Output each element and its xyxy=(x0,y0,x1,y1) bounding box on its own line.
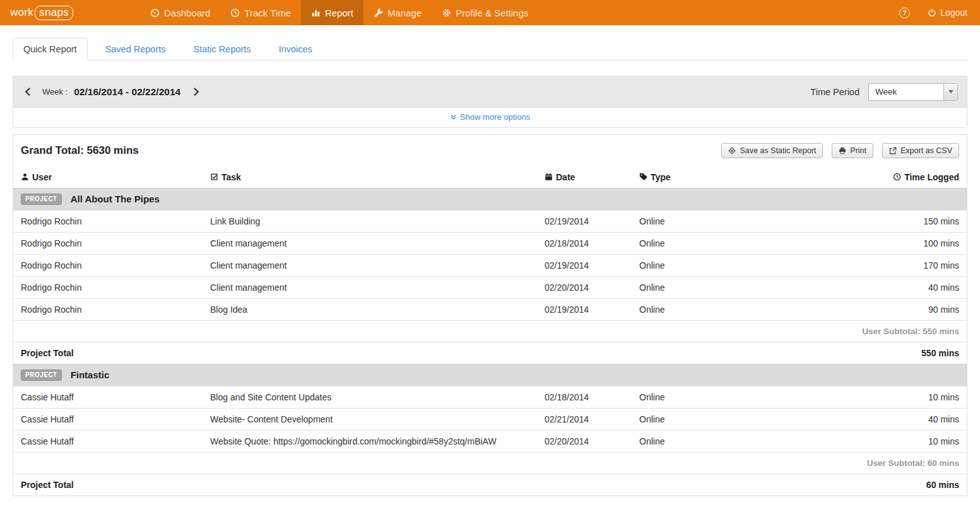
report-header: Grand Total: 5630 mins Save as Static Re… xyxy=(13,135,967,166)
printer-icon xyxy=(839,147,846,154)
chevron-left-icon xyxy=(25,87,31,96)
nav-profile-settings-label: Profile & Settings xyxy=(456,8,528,18)
cell-user: Rodrigo Rochin xyxy=(13,211,203,233)
print-button[interactable]: Print xyxy=(832,143,873,158)
report-panel: Grand Total: 5630 mins Save as Static Re… xyxy=(13,134,967,496)
task-check-icon xyxy=(210,173,218,181)
project-total-row: Project Total 550 mins xyxy=(13,342,967,364)
nav-dashboard[interactable]: Dashboard xyxy=(140,0,220,25)
nav-manage-label: Manage xyxy=(387,8,422,18)
wrench-icon xyxy=(374,8,383,18)
cell-user: Cassie Hutaff xyxy=(13,431,203,453)
show-more-options-label: Show more options xyxy=(460,112,530,122)
table-row: Rodrigo Rochin Client management 02/19/2… xyxy=(13,255,967,277)
chevron-right-icon xyxy=(193,87,199,96)
nav-profile-settings[interactable]: Profile & Settings xyxy=(432,0,538,25)
cell-task: Blog Idea xyxy=(203,299,537,321)
project-name: Fintastic xyxy=(71,369,110,380)
time-period-value: Week xyxy=(869,84,943,100)
time-period-select[interactable]: Week xyxy=(868,83,958,101)
cell-time: 150 mins xyxy=(841,211,967,233)
cell-date: 02/21/2014 xyxy=(537,409,632,431)
cell-user: Rodrigo Rochin xyxy=(13,299,203,321)
user-subtotal-row: User Subtotal: 60 mins xyxy=(13,453,967,474)
cell-user: Rodrigo Rochin xyxy=(13,277,203,299)
cell-type: Online xyxy=(632,211,841,233)
tab-saved-reports[interactable]: Saved Reports xyxy=(95,38,176,60)
cell-time: 10 mins xyxy=(841,386,967,409)
show-more-options-link[interactable]: Show more options xyxy=(450,112,530,122)
nav-dashboard-label: Dashboard xyxy=(164,8,210,18)
cell-type: Online xyxy=(632,233,841,255)
dashboard-icon xyxy=(150,8,160,18)
double-chevron-down-icon xyxy=(450,113,457,120)
table-row: Rodrigo Rochin Client management 02/20/2… xyxy=(13,277,967,299)
main-nav: Dashboard Track Time Report Manage Profi… xyxy=(140,0,538,25)
cell-time: 10 mins xyxy=(841,431,967,453)
column-task: Task xyxy=(203,166,537,189)
user-icon xyxy=(21,173,29,181)
power-icon xyxy=(928,8,936,17)
cell-user: Cassie Hutaff xyxy=(13,386,203,409)
project-total-label: Project Total xyxy=(13,342,841,364)
select-dropdown-button[interactable] xyxy=(943,84,957,100)
nav-report[interactable]: Report xyxy=(301,0,363,25)
period-footer: Show more options xyxy=(13,108,967,127)
cell-time: 90 mins xyxy=(841,299,967,321)
tab-invoices[interactable]: Invoices xyxy=(269,38,322,60)
cell-type: Online xyxy=(632,255,841,277)
nav-track-time[interactable]: Track Time xyxy=(220,0,301,25)
cell-time: 40 mins xyxy=(841,409,967,431)
week-label: Week : xyxy=(42,87,68,96)
cell-task: Website- Content Development xyxy=(203,409,537,431)
top-navbar: worksnaps Dashboard Track Time Report Ma… xyxy=(0,0,980,25)
navbar-right: ? Logout xyxy=(899,0,980,25)
project-total-label: Project Total xyxy=(13,474,841,496)
cell-task: Blog and Site Content Updates xyxy=(203,386,537,409)
logo-text-snaps: snaps xyxy=(35,6,73,20)
logout-button[interactable]: Logout xyxy=(928,8,967,18)
logout-label: Logout xyxy=(940,8,967,18)
table-row: Rodrigo Rochin Blog Idea 02/19/2014 Onli… xyxy=(13,299,967,321)
cell-date: 02/19/2014 xyxy=(537,211,632,233)
calendar-icon xyxy=(545,173,553,181)
tab-static-reports[interactable]: Static Reports xyxy=(184,38,261,60)
column-user: User xyxy=(13,166,203,189)
project-name: All About The Pipes xyxy=(71,194,160,204)
grand-total: Grand Total: 5630 mins xyxy=(21,144,139,157)
user-subtotal: User Subtotal: 550 mins xyxy=(13,321,967,342)
table-header-row: User Task Date Type Time Logged xyxy=(13,166,967,189)
diamond-plus-icon xyxy=(728,147,736,154)
next-week-button[interactable] xyxy=(191,86,202,98)
gear-icon xyxy=(442,8,451,18)
save-static-report-button[interactable]: Save as Static Report xyxy=(721,143,823,158)
cell-task: Client management xyxy=(203,277,537,299)
user-subtotal-row: User Subtotal: 550 mins xyxy=(13,321,967,342)
cell-time: 40 mins xyxy=(841,277,967,299)
column-date: Date xyxy=(537,166,632,189)
cell-time: 100 mins xyxy=(841,233,967,255)
cell-date: 02/18/2014 xyxy=(537,386,632,409)
help-button[interactable]: ? xyxy=(899,8,910,18)
cell-type: Online xyxy=(632,299,841,321)
export-csv-button[interactable]: Export as CSV xyxy=(882,143,959,158)
project-badge: PROJECT xyxy=(21,194,62,205)
cell-task: Client management xyxy=(203,255,537,277)
time-period-label: Time Period xyxy=(810,87,859,97)
export-csv-label: Export as CSV xyxy=(900,146,952,155)
nav-manage[interactable]: Manage xyxy=(363,0,432,25)
project-badge: PROJECT xyxy=(21,369,62,381)
user-subtotal: User Subtotal: 60 mins xyxy=(13,453,967,474)
week-range: 02/16/2014 - 02/22/2014 xyxy=(74,86,180,98)
table-row: Rodrigo Rochin Link Building 02/19/2014 … xyxy=(13,211,967,233)
column-date-label: Date xyxy=(556,172,575,182)
project-total-row: Project Total 60 mins xyxy=(13,474,967,496)
project-header-row: PROJECT All About The Pipes xyxy=(13,189,967,211)
worksnaps-logo[interactable]: worksnaps xyxy=(0,0,73,25)
period-selector-panel: Week : 02/16/2014 - 02/22/2014 Time Peri… xyxy=(13,76,967,128)
cell-task: Website Quote: https://gomockingbird.com… xyxy=(203,431,537,453)
tab-quick-report[interactable]: Quick Report xyxy=(13,38,88,61)
nav-track-time-label: Track Time xyxy=(244,8,291,18)
save-static-report-label: Save as Static Report xyxy=(740,146,816,155)
previous-week-button[interactable] xyxy=(22,86,33,98)
